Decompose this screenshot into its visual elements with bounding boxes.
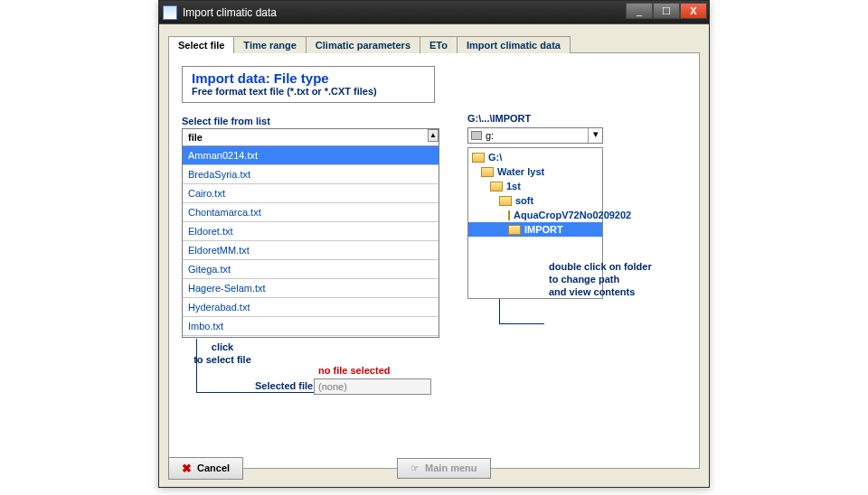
tree-row[interactable]: Water lyst bbox=[468, 164, 602, 179]
group-heading: Import data: File type bbox=[192, 70, 425, 86]
tree-row[interactable]: AquaCropV72No0209202 bbox=[468, 208, 602, 222]
tree-row[interactable]: soft bbox=[468, 193, 602, 208]
tree-row[interactable]: G:\ bbox=[468, 150, 602, 164]
maximize-button[interactable]: ☐ bbox=[653, 3, 680, 19]
tree-label: G:\ bbox=[488, 152, 502, 163]
folder-icon bbox=[499, 196, 512, 206]
titlebar[interactable]: Import climatic data _ ☐ X bbox=[159, 1, 709, 24]
drive-text: g: bbox=[486, 130, 494, 141]
file-item[interactable]: Hyderabad.txt bbox=[183, 298, 439, 317]
connector-line bbox=[499, 299, 544, 324]
folder-icon bbox=[508, 210, 510, 220]
tab-time-range[interactable]: Time range bbox=[233, 36, 307, 53]
tab-climatic-parameters[interactable]: Climatic parameters bbox=[306, 36, 420, 53]
pointer-icon: ☞ bbox=[410, 462, 420, 474]
file-type-group: Import data: File type Free format text … bbox=[182, 66, 435, 103]
cancel-icon: ✖ bbox=[182, 462, 192, 475]
file-list-header[interactable]: file bbox=[183, 129, 439, 146]
group-subheading: Free format text file (*.txt or *.CXT fi… bbox=[192, 86, 425, 97]
drive-icon bbox=[471, 131, 482, 140]
file-item[interactable]: Imbo.txt bbox=[183, 317, 439, 336]
folder-icon bbox=[472, 153, 485, 163]
no-file-warning: no file selected bbox=[318, 365, 390, 376]
file-item[interactable]: Gitega.txt bbox=[183, 260, 439, 279]
folder-icon bbox=[481, 167, 494, 177]
file-item[interactable]: BredaSyria.txt bbox=[183, 165, 439, 184]
file-list[interactable]: file ▲ Amman0214.txt BredaSyria.txt Cair… bbox=[182, 128, 439, 338]
selected-file-label: Selected file bbox=[255, 380, 313, 391]
tree-label: Water lyst bbox=[497, 166, 544, 177]
main-menu-button[interactable]: ☞ Main menu bbox=[397, 458, 490, 479]
window-title: Import climatic data bbox=[183, 6, 277, 19]
file-list-label: Select file from list bbox=[182, 116, 686, 126]
file-item[interactable]: Amman0214.txt bbox=[183, 146, 439, 165]
file-item[interactable]: Chontamarca.txt bbox=[183, 203, 439, 222]
tab-import-climatic-data[interactable]: Import climatic data bbox=[457, 36, 571, 53]
tree-label: soft bbox=[515, 195, 533, 206]
file-item[interactable]: EldoretMM.txt bbox=[183, 241, 439, 260]
file-item[interactable]: Eldoret.txt bbox=[183, 222, 439, 241]
folder-icon bbox=[508, 225, 521, 235]
path-label: G:\...\IMPORT bbox=[467, 113, 531, 124]
cancel-button[interactable]: ✖ Cancel bbox=[168, 457, 243, 480]
folder-icon bbox=[490, 182, 503, 191]
chevron-down-icon[interactable]: ▾ bbox=[588, 128, 602, 143]
tab-content: Import data: File type Free format text … bbox=[168, 53, 700, 469]
folder-hint: double click on folder to change path an… bbox=[549, 261, 652, 298]
tree-label: 1st bbox=[506, 181, 521, 191]
tree-label: AquaCropV72No0209202 bbox=[514, 210, 631, 220]
minimize-button[interactable]: _ bbox=[626, 3, 653, 19]
tab-eto[interactable]: ETo bbox=[420, 36, 458, 53]
tree-row[interactable]: IMPORT bbox=[468, 222, 602, 237]
tab-select-file[interactable]: Select file bbox=[168, 36, 234, 53]
cancel-label: Cancel bbox=[197, 462, 230, 473]
tree-label: IMPORT bbox=[524, 224, 563, 235]
close-button[interactable]: X bbox=[680, 3, 707, 19]
bottom-bar: ✖ Cancel ☞ Main menu bbox=[168, 454, 700, 481]
scroll-up-icon[interactable]: ▲ bbox=[428, 129, 439, 142]
import-climatic-window: Import climatic data _ ☐ X Select file T… bbox=[158, 0, 710, 488]
app-icon bbox=[163, 5, 177, 20]
drive-select[interactable]: g: ▾ bbox=[467, 127, 603, 144]
file-item[interactable]: Hagere-Selam.txt bbox=[183, 279, 439, 298]
selected-file-field[interactable]: (none) bbox=[314, 378, 431, 395]
tree-row[interactable]: 1st bbox=[468, 179, 602, 193]
file-item[interactable]: Cairo.txt bbox=[183, 184, 439, 203]
main-menu-label: Main menu bbox=[425, 462, 476, 473]
tab-bar: Select file Time range Climatic paramete… bbox=[168, 33, 700, 53]
